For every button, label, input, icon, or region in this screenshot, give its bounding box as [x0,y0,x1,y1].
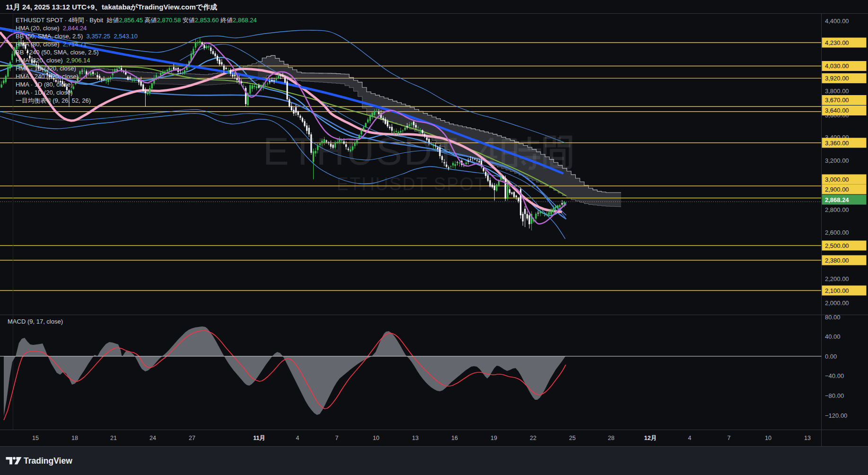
svg-text:3,200.00: 3,200.00 [825,157,849,164]
svg-text:4,030.00: 4,030.00 [825,62,849,70]
svg-text:2,000.00: 2,000.00 [825,299,849,307]
svg-text:ETHUSDT SPOT: ETHUSDT SPOT [337,174,487,194]
svg-text:25: 25 [569,435,576,441]
svg-text:2,900.00: 2,900.00 [825,186,849,193]
svg-text:7: 7 [335,435,339,441]
svg-text:2,600.00: 2,600.00 [825,229,849,236]
svg-text:28: 28 [608,435,614,441]
svg-text:HMA · 240 (320, close): HMA · 240 (320, close) [16,73,79,80]
svg-text:HMA (80, close) 2,714.71: HMA (80, close) 2,714.71 [16,41,87,48]
svg-text:2,868.24: 2,868.24 [825,196,849,203]
svg-text:2,800.00: 2,800.00 [825,206,849,213]
svg-text:3,640.00: 3,640.00 [825,107,849,114]
svg-text:21: 21 [110,435,117,441]
svg-text:18: 18 [71,435,78,441]
svg-text:2,100.00: 2,100.00 [825,287,849,294]
svg-text:HMA · 1D (320, close): HMA · 1D (320, close) [16,65,76,72]
svg-text:10: 10 [765,435,772,441]
svg-text:12月: 12月 [644,435,657,441]
svg-text:3,670.00: 3,670.00 [825,97,849,104]
svg-text:HMA · 1D (20, close): HMA · 1D (20, close) [16,89,73,96]
svg-text:24: 24 [149,435,156,441]
svg-text:MACD (9, 17, close): MACD (9, 17, close) [8,318,63,325]
svg-text:22: 22 [530,435,536,441]
svg-text:−120.00: −120.00 [825,412,847,419]
svg-text:15: 15 [32,435,39,441]
svg-text:ETHUSDT SPOT · 4時間 · Bybit 始値: ETHUSDT SPOT · 4時間 · Bybit 始値2,856.45 高値… [16,17,257,24]
svg-text:一目均衡表® (9, 26, 52, 26): 一目均衡表® (9, 26, 52, 26) [16,97,91,104]
svg-text:19: 19 [491,435,497,441]
svg-text:−40.00: −40.00 [825,372,844,379]
svg-text:0.00: 0.00 [825,353,837,360]
svg-text:80.00: 80.00 [825,314,841,321]
svg-text:10: 10 [373,435,379,441]
svg-text:4,400.00: 4,400.00 [825,18,849,25]
svg-text:7: 7 [728,435,731,441]
svg-text:40.00: 40.00 [825,333,841,340]
svg-text:16: 16 [451,435,458,441]
svg-text:BB (50, SMA, close, 2.5) 3,35: BB (50, SMA, close, 2.5) 3,357.25 2,543.… [16,33,138,40]
svg-text:11月: 11月 [253,435,265,441]
svg-text:2,500.00: 2,500.00 [825,242,849,249]
svg-text:13: 13 [804,435,811,441]
svg-text:2,200.00: 2,200.00 [825,275,849,282]
svg-text:27: 27 [189,435,195,441]
svg-text:3,360.00: 3,360.00 [825,140,849,147]
svg-text:3,920.00: 3,920.00 [825,75,849,82]
svg-text:13: 13 [412,435,419,441]
svg-text:−80.00: −80.00 [825,392,844,399]
svg-text:4: 4 [296,435,299,441]
svg-text:HMA · 1D (80, close): HMA · 1D (80, close) [16,81,73,88]
svg-text:HMA (20, close) 2,844.24: HMA (20, close) 2,844.24 [16,25,87,32]
svg-text:TradingView: TradingView [24,456,72,466]
svg-text:HMA (320, close) 2,906.14: HMA (320, close) 2,906.14 [16,57,90,64]
svg-text:4,230.00: 4,230.00 [825,39,849,46]
svg-text:3,000.00: 3,000.00 [825,176,849,183]
svg-text:3,800.00: 3,800.00 [825,88,849,95]
svg-text:2,380.00: 2,380.00 [825,257,849,264]
svg-text:BB · 240 (50, SMA, close, 2.5): BB · 240 (50, SMA, close, 2.5) [16,49,99,56]
svg-text:4: 4 [688,435,692,441]
svg-text:11月 24, 2025 13:12 UTC+9、takat: 11月 24, 2025 13:12 UTC+9、takatabaがTradin… [6,3,217,11]
